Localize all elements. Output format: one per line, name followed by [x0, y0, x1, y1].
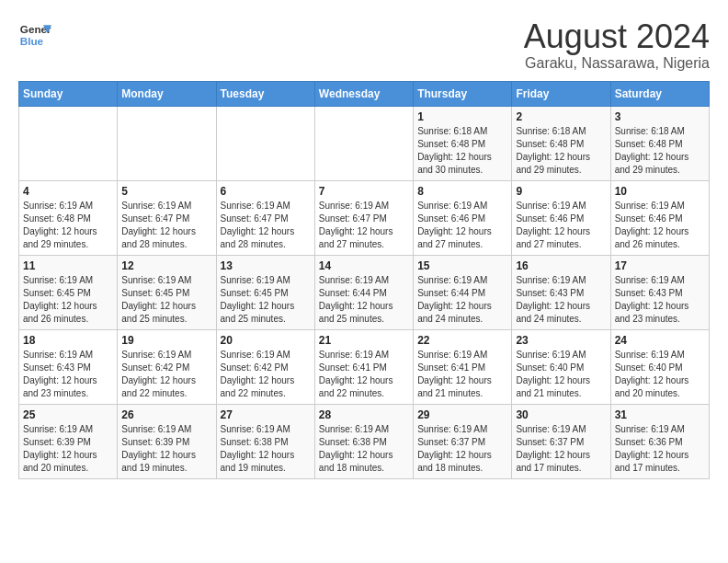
- day-number: 26: [121, 408, 211, 421]
- svg-text:Blue: Blue: [20, 35, 44, 47]
- day-number: 30: [516, 408, 606, 421]
- day-info: Sunrise: 6:19 AM Sunset: 6:40 PM Dayligh…: [516, 349, 606, 400]
- day-info: Sunrise: 6:19 AM Sunset: 6:47 PM Dayligh…: [319, 200, 409, 251]
- day-number: 11: [23, 259, 113, 272]
- calendar-cell: 17Sunrise: 6:19 AM Sunset: 6:43 PM Dayli…: [610, 255, 709, 329]
- day-info: Sunrise: 6:19 AM Sunset: 6:44 PM Dayligh…: [319, 274, 409, 326]
- calendar-cell: 24Sunrise: 6:19 AM Sunset: 6:40 PM Dayli…: [610, 329, 709, 404]
- day-number: 2: [516, 110, 606, 123]
- day-info: Sunrise: 6:19 AM Sunset: 6:47 PM Dayligh…: [121, 200, 211, 251]
- day-info: Sunrise: 6:19 AM Sunset: 6:44 PM Dayligh…: [417, 274, 507, 326]
- day-info: Sunrise: 6:19 AM Sunset: 6:40 PM Dayligh…: [615, 349, 705, 400]
- day-number: 21: [319, 334, 409, 347]
- day-info: Sunrise: 6:19 AM Sunset: 6:48 PM Dayligh…: [23, 200, 113, 251]
- day-info: Sunrise: 6:19 AM Sunset: 6:43 PM Dayligh…: [516, 274, 606, 326]
- day-number: 8: [417, 185, 507, 198]
- day-info: Sunrise: 6:19 AM Sunset: 6:41 PM Dayligh…: [319, 349, 409, 400]
- day-info: Sunrise: 6:19 AM Sunset: 6:43 PM Dayligh…: [615, 274, 705, 326]
- day-number: 12: [121, 259, 211, 272]
- day-header-saturday: Saturday: [610, 81, 709, 106]
- day-number: 20: [221, 334, 311, 347]
- day-number: 27: [221, 408, 311, 421]
- day-number: 31: [615, 408, 705, 421]
- calendar-cell: [19, 106, 118, 180]
- page-subtitle: Garaku, Nassarawa, Nigeria: [524, 55, 710, 72]
- day-number: 10: [615, 185, 705, 198]
- day-info: Sunrise: 6:18 AM Sunset: 6:48 PM Dayligh…: [615, 125, 705, 177]
- header: General Blue August 2024 Garaku, Nassara…: [18, 18, 710, 72]
- day-info: Sunrise: 6:19 AM Sunset: 6:45 PM Dayligh…: [23, 274, 113, 326]
- day-number: 28: [319, 408, 409, 421]
- day-number: 7: [319, 185, 409, 198]
- calendar-cell: 26Sunrise: 6:19 AM Sunset: 6:39 PM Dayli…: [118, 404, 216, 478]
- calendar-cell: 7Sunrise: 6:19 AM Sunset: 6:47 PM Daylig…: [314, 180, 413, 255]
- day-header-friday: Friday: [512, 81, 610, 106]
- calendar-cell: 4Sunrise: 6:19 AM Sunset: 6:48 PM Daylig…: [19, 180, 118, 255]
- calendar-header-row: SundayMondayTuesdayWednesdayThursdayFrid…: [19, 81, 710, 106]
- calendar-cell: 12Sunrise: 6:19 AM Sunset: 6:45 PM Dayli…: [118, 255, 216, 329]
- day-header-wednesday: Wednesday: [314, 81, 413, 106]
- day-number: 17: [615, 259, 705, 272]
- day-info: Sunrise: 6:19 AM Sunset: 6:46 PM Dayligh…: [516, 200, 606, 251]
- calendar-cell: 9Sunrise: 6:19 AM Sunset: 6:46 PM Daylig…: [512, 180, 610, 255]
- day-info: Sunrise: 6:19 AM Sunset: 6:38 PM Dayligh…: [221, 423, 311, 475]
- day-number: 5: [121, 185, 211, 198]
- day-number: 3: [615, 110, 705, 123]
- day-info: Sunrise: 6:19 AM Sunset: 6:47 PM Dayligh…: [221, 200, 311, 251]
- calendar-cell: 15Sunrise: 6:19 AM Sunset: 6:44 PM Dayli…: [414, 255, 512, 329]
- calendar-cell: [314, 106, 413, 180]
- day-number: 25: [23, 408, 113, 421]
- day-number: 4: [23, 185, 113, 198]
- day-header-sunday: Sunday: [19, 81, 118, 106]
- week-row-2: 4Sunrise: 6:19 AM Sunset: 6:48 PM Daylig…: [19, 180, 710, 255]
- calendar-cell: 22Sunrise: 6:19 AM Sunset: 6:41 PM Dayli…: [414, 329, 512, 404]
- day-info: Sunrise: 6:19 AM Sunset: 6:43 PM Dayligh…: [23, 349, 113, 400]
- day-info: Sunrise: 6:19 AM Sunset: 6:37 PM Dayligh…: [417, 423, 507, 475]
- day-info: Sunrise: 6:19 AM Sunset: 6:42 PM Dayligh…: [121, 349, 211, 400]
- calendar-table: SundayMondayTuesdayWednesdayThursdayFrid…: [18, 81, 710, 479]
- calendar-cell: 30Sunrise: 6:19 AM Sunset: 6:37 PM Dayli…: [512, 404, 610, 478]
- calendar-cell: 27Sunrise: 6:19 AM Sunset: 6:38 PM Dayli…: [216, 404, 314, 478]
- day-info: Sunrise: 6:19 AM Sunset: 6:39 PM Dayligh…: [23, 423, 113, 475]
- day-number: 23: [516, 334, 606, 347]
- day-number: 13: [221, 259, 311, 272]
- calendar-cell: 23Sunrise: 6:19 AM Sunset: 6:40 PM Dayli…: [512, 329, 610, 404]
- calendar-cell: 2Sunrise: 6:18 AM Sunset: 6:48 PM Daylig…: [512, 106, 610, 180]
- day-info: Sunrise: 6:19 AM Sunset: 6:46 PM Dayligh…: [417, 200, 507, 251]
- calendar-cell: 29Sunrise: 6:19 AM Sunset: 6:37 PM Dayli…: [414, 404, 512, 478]
- day-number: 1: [417, 110, 507, 123]
- page-title: August 2024: [524, 18, 710, 55]
- day-info: Sunrise: 6:19 AM Sunset: 6:37 PM Dayligh…: [516, 423, 606, 475]
- calendar-cell: 28Sunrise: 6:19 AM Sunset: 6:38 PM Dayli…: [314, 404, 413, 478]
- day-number: 15: [417, 259, 507, 272]
- calendar-cell: 11Sunrise: 6:19 AM Sunset: 6:45 PM Dayli…: [19, 255, 118, 329]
- calendar-cell: 16Sunrise: 6:19 AM Sunset: 6:43 PM Dayli…: [512, 255, 610, 329]
- logo: General Blue: [18, 18, 51, 52]
- day-header-thursday: Thursday: [414, 81, 512, 106]
- day-number: 16: [516, 259, 606, 272]
- day-info: Sunrise: 6:19 AM Sunset: 6:38 PM Dayligh…: [319, 423, 409, 475]
- day-info: Sunrise: 6:18 AM Sunset: 6:48 PM Dayligh…: [417, 125, 507, 177]
- day-number: 22: [417, 334, 507, 347]
- calendar-cell: 3Sunrise: 6:18 AM Sunset: 6:48 PM Daylig…: [610, 106, 709, 180]
- day-number: 18: [23, 334, 113, 347]
- calendar-cell: 25Sunrise: 6:19 AM Sunset: 6:39 PM Dayli…: [19, 404, 118, 478]
- week-row-4: 18Sunrise: 6:19 AM Sunset: 6:43 PM Dayli…: [19, 329, 710, 404]
- logo-icon: General Blue: [18, 18, 51, 52]
- day-number: 19: [121, 334, 211, 347]
- day-info: Sunrise: 6:19 AM Sunset: 6:42 PM Dayligh…: [221, 349, 311, 400]
- day-number: 24: [615, 334, 705, 347]
- day-header-monday: Monday: [118, 81, 216, 106]
- calendar-cell: 10Sunrise: 6:19 AM Sunset: 6:46 PM Dayli…: [610, 180, 709, 255]
- week-row-1: 1Sunrise: 6:18 AM Sunset: 6:48 PM Daylig…: [19, 106, 710, 180]
- day-info: Sunrise: 6:19 AM Sunset: 6:36 PM Dayligh…: [615, 423, 705, 475]
- calendar-cell: 13Sunrise: 6:19 AM Sunset: 6:45 PM Dayli…: [216, 255, 314, 329]
- calendar-cell: 18Sunrise: 6:19 AM Sunset: 6:43 PM Dayli…: [19, 329, 118, 404]
- title-block: August 2024 Garaku, Nassarawa, Nigeria: [524, 18, 710, 72]
- day-info: Sunrise: 6:19 AM Sunset: 6:46 PM Dayligh…: [615, 200, 705, 251]
- day-info: Sunrise: 6:19 AM Sunset: 6:41 PM Dayligh…: [417, 349, 507, 400]
- calendar-cell: 5Sunrise: 6:19 AM Sunset: 6:47 PM Daylig…: [118, 180, 216, 255]
- calendar-cell: 8Sunrise: 6:19 AM Sunset: 6:46 PM Daylig…: [414, 180, 512, 255]
- day-number: 6: [221, 185, 311, 198]
- week-row-3: 11Sunrise: 6:19 AM Sunset: 6:45 PM Dayli…: [19, 255, 710, 329]
